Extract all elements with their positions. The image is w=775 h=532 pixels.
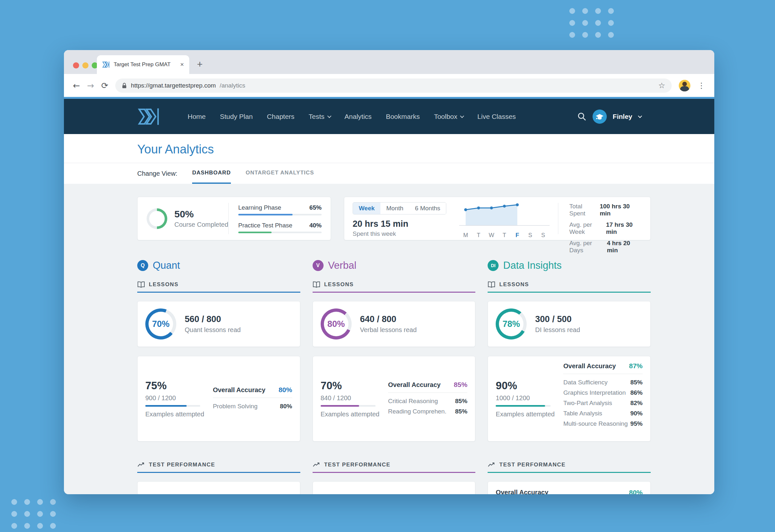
nav-item-toolbox[interactable]: Toolbox <box>434 113 463 120</box>
lock-icon <box>122 82 127 89</box>
examples-value: 900 / 1200 <box>145 394 213 402</box>
back-button[interactable]: ← <box>73 81 80 90</box>
lessons-label: Quant lessons read <box>185 326 240 334</box>
accuracy-breakdown: Critical Reasoning85%Reading Comprehen.8… <box>388 396 468 417</box>
accuracy-row: Two-Part Analysis82% <box>563 398 643 408</box>
section-underline <box>137 472 300 473</box>
stat-value: 4 hrs 20 min <box>607 240 642 254</box>
reload-button[interactable]: ⟳ <box>101 81 108 90</box>
nav-item-label: Home <box>188 113 206 120</box>
subject-column: V Verbal LESSONS 80% 640 / 800 Verbal le… <box>312 258 476 494</box>
lessons-card: 78% 300 / 500 DI lessons read <box>488 301 651 347</box>
tab-dashboard[interactable]: DASHBOARD <box>192 163 231 184</box>
section-underline <box>137 292 300 293</box>
time-subtitle: Spent this week <box>352 230 459 237</box>
url-path: /analytics <box>219 82 245 89</box>
ttp-logo[interactable] <box>137 107 160 126</box>
day-label: S <box>524 232 537 239</box>
nav-item-analytics[interactable]: Analytics <box>344 113 372 120</box>
stat-row: Total Spent 100 hrs 30 min <box>569 203 642 217</box>
lessons-section-label: LESSONS <box>149 282 178 288</box>
tab-ontarget-analytics[interactable]: ONTARGET ANALYTICS <box>246 163 314 184</box>
nav-item-live-classes[interactable]: Live Classes <box>477 113 516 120</box>
time-total: 20 hrs 15 min <box>352 219 459 229</box>
lessons-donut: 80% <box>321 309 352 340</box>
section-underline <box>312 472 476 473</box>
subject-title: Verbal <box>328 260 356 271</box>
accuracy-value: 85% <box>455 398 467 405</box>
lessons-value: 560 / 800 <box>185 314 240 324</box>
phase-row: Practice Test Phase 40% <box>238 222 321 233</box>
accuracy-label: Graphics Interpretation <box>563 389 626 396</box>
course-percent: 50% <box>174 209 228 220</box>
phase-progress-bar <box>238 214 292 215</box>
browser-menu-icon[interactable]: ⋮ <box>698 81 705 90</box>
nav-item-label: Tests <box>309 113 324 120</box>
day-label: T <box>498 232 511 239</box>
graduation-cap-icon <box>595 112 604 121</box>
nav-item-home[interactable]: Home <box>188 113 206 120</box>
day-label: F <box>511 232 524 239</box>
stat-row: Avg. per Week 17 hrs 30 min <box>569 221 642 235</box>
page-header: Your Analytics <box>64 134 714 163</box>
minimize-window-button[interactable] <box>82 62 88 68</box>
accuracy-row: Data Sufficiency85% <box>563 377 643 388</box>
lessons-value: 640 / 800 <box>360 314 417 324</box>
accuracy-label: Critical Reasoning <box>388 398 438 405</box>
trending-up-icon <box>312 462 320 468</box>
sparkline-day-labels: MTWTFSS <box>459 232 550 239</box>
chevron-down-icon[interactable] <box>638 114 642 118</box>
examples-progress-bar <box>321 405 359 407</box>
examples-progress-bar <box>496 405 545 407</box>
user-name[interactable]: Finley <box>613 113 632 120</box>
test-performance-card <box>312 481 476 494</box>
phase-row: Learning Phase 65% <box>238 204 321 215</box>
subject-title: Data Insights <box>503 260 562 271</box>
browser-tab[interactable]: Target Test Prep GMAT ✕ <box>97 55 189 74</box>
nav-item-tests[interactable]: Tests <box>309 113 330 120</box>
accuracy-label: Reading Comprehen. <box>388 408 447 415</box>
browser-profile-avatar[interactable] <box>679 80 690 91</box>
course-label: Course Completed <box>174 221 228 228</box>
stat-value: 17 hrs 30 min <box>606 221 642 235</box>
new-tab-button[interactable]: + <box>197 57 203 71</box>
accuracy-label: Two-Part Analysis <box>563 400 612 407</box>
lessons-donut: 78% <box>496 309 527 340</box>
accuracy-value: 80% <box>280 403 292 410</box>
chevron-down-icon <box>327 114 331 118</box>
examples-value: 1000 / 1200 <box>496 394 563 402</box>
overall-accuracy-label: Overall Accuracy <box>496 489 548 494</box>
course-completed-card: 50% Course Completed Learning Phase 65% <box>137 197 331 240</box>
subject-title: Quant <box>153 260 180 271</box>
range-6-months[interactable]: 6 Months <box>409 202 446 214</box>
range-switcher: Week Month 6 Months <box>352 202 446 214</box>
lessons-percent: 80% <box>324 312 348 336</box>
decorative-dot-grid <box>11 499 60 532</box>
nav-item-chapters[interactable]: Chapters <box>267 113 294 120</box>
overall-accuracy-label: Overall Accuracy <box>213 386 265 394</box>
search-icon[interactable] <box>577 112 587 121</box>
nav-item-study-plan[interactable]: Study Plan <box>220 113 253 120</box>
accuracy-value: 86% <box>630 389 643 396</box>
subject-column: DI Data Insights LESSONS 78% 300 / 500 D… <box>488 258 651 494</box>
overall-accuracy-value: 80% <box>279 386 292 394</box>
accuracy-value: 82% <box>630 400 643 407</box>
phase-label: Learning Phase <box>238 204 281 211</box>
chevron-down-icon <box>460 114 464 118</box>
range-week[interactable]: Week <box>353 202 380 214</box>
trending-up-icon <box>137 462 145 468</box>
site-favicon-icon <box>102 61 110 68</box>
user-avatar[interactable] <box>593 109 607 124</box>
nav-item-label: Bookmarks <box>386 113 420 120</box>
change-view-label: Change View: <box>137 170 177 177</box>
range-month[interactable]: Month <box>380 202 409 214</box>
lessons-percent: 78% <box>499 312 524 336</box>
address-bar[interactable]: https://gmat.targettestprep.com/analytic… <box>115 78 672 93</box>
bookmark-star-icon[interactable]: ☆ <box>658 81 665 90</box>
close-tab-icon[interactable]: ✕ <box>180 62 184 67</box>
close-window-button[interactable] <box>73 62 79 68</box>
nav-item-bookmarks[interactable]: Bookmarks <box>386 113 420 120</box>
site-navbar: Home Study Plan Chapters Tests Analytics… <box>64 99 714 134</box>
test-performance-card: Overall Accuracy 80% <box>488 481 651 494</box>
forward-button[interactable]: → <box>87 81 94 90</box>
